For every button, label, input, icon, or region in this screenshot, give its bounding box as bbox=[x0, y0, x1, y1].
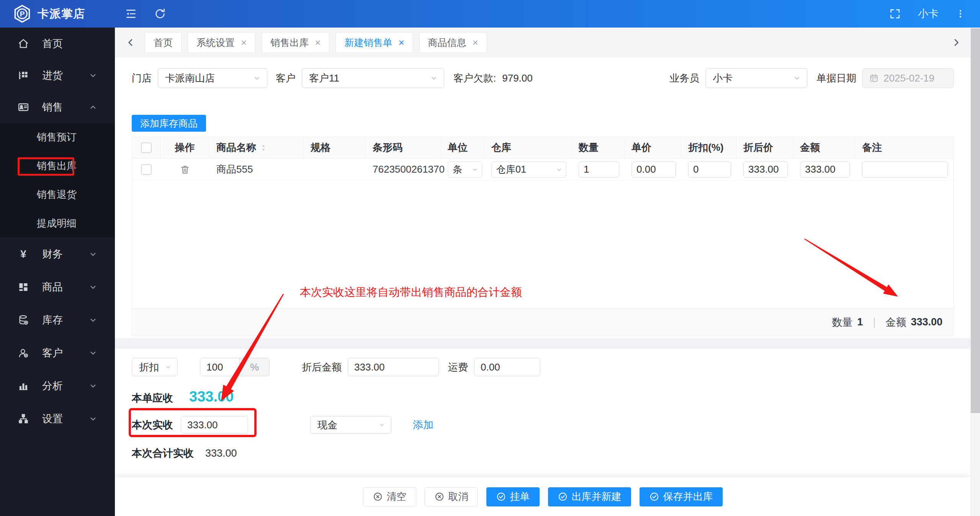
submenu-item-label: 销售预订 bbox=[37, 131, 77, 144]
chevron-down-icon bbox=[88, 348, 98, 358]
salesman-select-value: 小卡 bbox=[713, 72, 733, 85]
chevron-down-icon bbox=[792, 73, 802, 83]
items-table-header: 操作 商品名称 规格 条形码 单位 仓库 数量 单价 折扣(%) 折后价 金额 … bbox=[132, 137, 953, 158]
due-label: 本单应收 bbox=[132, 391, 173, 405]
customer-field: 客户 客户11 bbox=[276, 68, 444, 88]
discount-type-select[interactable]: 折扣 bbox=[132, 358, 178, 376]
menu-fold-icon[interactable] bbox=[125, 8, 137, 20]
sidebar-item-purchase[interactable]: 进货 bbox=[0, 59, 115, 91]
scrollbar-thumb[interactable] bbox=[971, 28, 980, 413]
topbar: 卡派掌店 小卡 bbox=[0, 0, 980, 28]
delete-row-icon[interactable] bbox=[180, 164, 190, 175]
sidebar-item-label: 库存 bbox=[42, 313, 63, 327]
tab-label: 商品信息 bbox=[428, 36, 466, 49]
sort-icon[interactable] bbox=[259, 144, 268, 152]
outbound-and-new-button[interactable]: 出库并新建 bbox=[548, 487, 631, 506]
chevron-down-icon bbox=[252, 73, 262, 83]
warehouse-select[interactable]: 仓库01 bbox=[491, 162, 566, 178]
header-cell-discounted-price: 折后价 bbox=[736, 137, 793, 158]
sidebar-item-label: 首页 bbox=[42, 37, 63, 51]
row-checkbox[interactable] bbox=[141, 164, 152, 175]
finance-icon bbox=[18, 248, 29, 260]
chevron-down-icon bbox=[471, 166, 479, 173]
qty-input[interactable] bbox=[579, 162, 619, 178]
customer-debt-label: 客户欠款: bbox=[453, 72, 496, 85]
submenu-item-label: 销售退货 bbox=[37, 188, 77, 201]
check-circle-icon bbox=[558, 492, 568, 502]
chevron-up-icon bbox=[88, 102, 98, 112]
received-label: 本次实收 bbox=[132, 418, 173, 432]
tabs-scroll-left-icon[interactable] bbox=[125, 37, 136, 48]
sidebar-item-customer[interactable]: 客户 bbox=[0, 336, 115, 369]
sidebar-item-finance[interactable]: 财务 bbox=[0, 238, 115, 271]
close-icon[interactable]: × bbox=[315, 38, 321, 47]
save-and-outbound-button[interactable]: 保存并出库 bbox=[640, 487, 723, 506]
tab-label: 首页 bbox=[154, 36, 173, 49]
tab-label: 新建销售单 bbox=[344, 36, 392, 49]
summary-qty-label: 数量 bbox=[832, 315, 852, 329]
store-select[interactable]: 卡派南山店 bbox=[158, 68, 267, 88]
hold-order-button[interactable]: 挂单 bbox=[486, 487, 540, 506]
unit-select[interactable]: 条 bbox=[448, 162, 482, 178]
amount-input[interactable] bbox=[800, 162, 850, 178]
customer-select[interactable]: 客户11 bbox=[302, 68, 444, 88]
home-icon bbox=[18, 38, 29, 49]
sidebar-item-stock[interactable]: 库存 bbox=[0, 304, 115, 336]
sidebar-item-label: 商品 bbox=[42, 280, 63, 294]
header-cell-name[interactable]: 商品名称 bbox=[209, 137, 304, 158]
add-stock-item-button[interactable]: 添加库存商品 bbox=[132, 115, 206, 132]
summary-qty-value: 1 bbox=[857, 316, 863, 328]
refresh-icon[interactable] bbox=[154, 8, 166, 20]
close-icon[interactable]: × bbox=[473, 38, 478, 47]
order-date-picker[interactable]: 2025-02-19 bbox=[862, 68, 954, 88]
discount-input[interactable] bbox=[688, 162, 731, 178]
tab-system-settings[interactable]: 系统设置 × bbox=[188, 32, 255, 53]
current-user[interactable]: 小卡 bbox=[918, 7, 939, 21]
sidebar-item-sales-outbound[interactable]: 销售出库 bbox=[0, 152, 115, 180]
sidebar-item-home[interactable]: 首页 bbox=[0, 28, 115, 59]
received-input[interactable] bbox=[181, 416, 248, 434]
close-icon[interactable]: × bbox=[398, 38, 404, 47]
clear-button[interactable]: 清空 bbox=[363, 487, 416, 506]
scrollbar[interactable] bbox=[970, 28, 980, 516]
sidebar-item-analysis[interactable]: 分析 bbox=[0, 369, 115, 402]
close-icon[interactable]: × bbox=[241, 38, 247, 47]
total-received-row: 本次合计实收 333.00 bbox=[132, 446, 954, 460]
fullscreen-icon[interactable] bbox=[889, 8, 901, 20]
sidebar-item-commission-detail[interactable]: 提成明细 bbox=[0, 209, 115, 238]
sidebar-item-sales[interactable]: 销售 bbox=[0, 91, 115, 123]
freight-input[interactable] bbox=[474, 358, 540, 376]
sidebar-item-settings[interactable]: 设置 bbox=[0, 402, 115, 435]
cancel-button[interactable]: 取消 bbox=[425, 487, 478, 506]
submenu-item-label: 销售出库 bbox=[37, 159, 77, 173]
payment-method-select[interactable]: 现金 bbox=[310, 416, 391, 434]
chevron-down-icon bbox=[378, 421, 386, 429]
tabbar: 首页 系统设置 × 销售出库 × 新建销售单 × 商品信息 × bbox=[115, 28, 970, 57]
sales-submenu: 销售预订 销售出库 销售退货 提成明细 bbox=[0, 123, 115, 238]
store-select-value: 卡派南山店 bbox=[165, 72, 215, 85]
more-vertical-icon[interactable] bbox=[955, 9, 965, 19]
tab-sales-outbound[interactable]: 销售出库 × bbox=[262, 32, 329, 53]
tab-goods-info[interactable]: 商品信息 × bbox=[419, 32, 487, 53]
tabs-scroll-right-icon[interactable] bbox=[951, 37, 962, 48]
tab-home[interactable]: 首页 bbox=[145, 32, 182, 53]
check-circle-icon bbox=[496, 492, 506, 502]
tab-new-sales-order[interactable]: 新建销售单 × bbox=[335, 32, 413, 53]
select-all-checkbox[interactable] bbox=[141, 142, 152, 153]
add-payment-link[interactable]: 添加 bbox=[413, 418, 434, 432]
settings-icon bbox=[18, 413, 29, 425]
sidebar-item-sales-return[interactable]: 销售退货 bbox=[0, 180, 115, 209]
salesman-select[interactable]: 小卡 bbox=[705, 68, 807, 88]
discounted-price-input[interactable] bbox=[743, 162, 788, 178]
sidebar-item-label: 设置 bbox=[42, 412, 63, 426]
remark-input[interactable] bbox=[862, 162, 948, 178]
annotation-note: 本次实收这里将自动带出销售商品的合计金额 bbox=[300, 285, 522, 300]
sidebar-item-goods[interactable]: 商品 bbox=[0, 271, 115, 304]
form-right-group: 业务员 小卡 单据日期 2025-02-19 bbox=[669, 68, 954, 88]
price-input[interactable] bbox=[632, 162, 676, 178]
sidebar-item-sales-reserve[interactable]: 销售预订 bbox=[0, 123, 115, 152]
app-title: 卡派掌店 bbox=[38, 6, 85, 22]
after-discount-input[interactable] bbox=[348, 358, 439, 376]
customer-debt: 客户欠款: 979.00 bbox=[453, 72, 533, 85]
discount-percent-input[interactable] bbox=[200, 358, 239, 376]
